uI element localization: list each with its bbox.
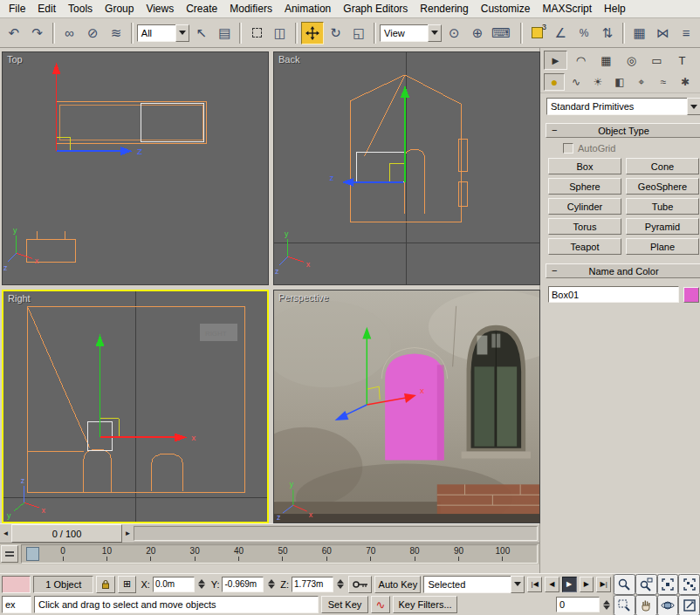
viewport-perspective-label[interactable]: Perspective <box>278 292 328 303</box>
snaps-toggle-button[interactable]: 3 <box>526 22 549 44</box>
current-frame-marker[interactable] <box>26 547 39 561</box>
percent-snap-button[interactable]: % <box>573 22 595 44</box>
viewport-back-label[interactable]: Back <box>278 54 299 65</box>
category-space-warps[interactable]: ≈ <box>653 73 674 91</box>
menu-item[interactable]: Help <box>598 1 632 17</box>
tab-display[interactable]: ▭ <box>645 51 669 70</box>
angle-snap-button[interactable]: ∠ <box>549 22 572 44</box>
zoom-extents-button[interactable] <box>657 574 679 595</box>
current-frame-input[interactable] <box>556 597 600 612</box>
named-selection-sets-button[interactable]: ▦ <box>628 22 651 44</box>
set-key-button[interactable]: Set Key <box>321 596 368 613</box>
object-type-button[interactable]: Teapot <box>548 238 621 255</box>
tab-hierarchy[interactable]: ▦ <box>594 51 618 70</box>
viewport-back[interactable]: z y x z Back <box>273 51 540 285</box>
next-frame-button[interactable]: ▶ <box>580 577 594 592</box>
macro-recorder-pane[interactable] <box>2 576 31 593</box>
object-type-button[interactable]: Tube <box>626 198 699 215</box>
maxscript-mini-listener[interactable]: ex <box>2 596 31 613</box>
object-color-swatch[interactable] <box>683 287 699 303</box>
rectangular-selection-region-button[interactable] <box>245 22 268 44</box>
menu-item[interactable]: Edit <box>31 1 62 17</box>
key-filters-button[interactable]: Key Filters... <box>393 596 457 613</box>
category-geometry[interactable]: ● <box>544 73 565 91</box>
chevron-down-icon[interactable] <box>687 98 700 115</box>
primitive-category-dropdown[interactable]: Standard Primitives <box>546 98 700 115</box>
time-slider-handle[interactable]: 0 / 100 <box>11 524 122 543</box>
chevron-down-icon[interactable] <box>511 576 525 593</box>
x-coordinate-input[interactable] <box>153 577 195 592</box>
category-systems[interactable]: ✱ <box>675 73 696 91</box>
key-mode-toggle-button[interactable] <box>348 576 373 593</box>
frame-spinner[interactable] <box>601 600 611 610</box>
viewport-right-label[interactable]: Right <box>8 293 31 304</box>
tab-utilities[interactable]: T <box>670 51 694 70</box>
arc-rotate-button[interactable] <box>657 595 679 615</box>
select-object-button[interactable]: ↖ <box>190 22 213 44</box>
new-key-filters-curve-button[interactable]: ∿ <box>371 596 390 613</box>
object-type-button[interactable]: Pyramid <box>626 218 699 235</box>
time-slider-right-arrow[interactable]: ► <box>122 524 134 543</box>
viewport-top[interactable]: Z y x z Top <box>2 51 269 285</box>
select-by-name-button[interactable]: ▤ <box>214 22 237 44</box>
zoom-extents-all-button[interactable] <box>678 574 700 595</box>
object-type-button[interactable]: Torus <box>548 218 621 235</box>
menu-item[interactable]: Tools <box>62 1 99 17</box>
maximize-viewport-button[interactable] <box>678 595 700 615</box>
tab-modify[interactable]: ◠ <box>569 51 593 70</box>
chevron-down-icon[interactable] <box>175 24 189 42</box>
selection-lock-button[interactable] <box>96 576 115 593</box>
absolute-mode-button[interactable]: ⊞ <box>118 576 137 593</box>
select-and-manipulate-button[interactable]: ⊕ <box>466 22 489 44</box>
go-to-end-button[interactable]: ▶| <box>596 577 611 592</box>
menu-item[interactable]: Animation <box>278 1 337 17</box>
category-lights[interactable]: ☀ <box>587 73 608 91</box>
mirror-button[interactable]: ⋈ <box>651 22 674 44</box>
viewport-perspective[interactable]: x y z x Perspective <box>273 290 540 523</box>
keyboard-shortcut-override-button[interactable]: ⌨ <box>490 22 512 44</box>
category-cameras[interactable]: ◧ <box>609 73 630 91</box>
zoom-button[interactable] <box>614 574 635 595</box>
reference-coordinate-dropdown[interactable]: View <box>380 24 442 42</box>
undo-button[interactable]: ↶ <box>3 22 25 44</box>
tab-create[interactable]: ► <box>544 51 567 70</box>
select-and-link-button[interactable]: ∞ <box>58 22 81 44</box>
track-bar-ruler[interactable]: 0102030405060708090100 <box>21 544 538 564</box>
object-type-rollout[interactable]: − Object Type <box>546 123 700 138</box>
time-slider-left-arrow[interactable]: ◄ <box>0 524 11 543</box>
x-coordinate-spinner[interactable] <box>197 579 207 589</box>
key-mode-dropdown[interactable]: Selected <box>423 576 525 593</box>
autogrid-checkbox[interactable] <box>563 143 573 154</box>
select-and-rotate-button[interactable]: ↻ <box>325 22 347 44</box>
select-and-move-button[interactable] <box>301 22 324 44</box>
select-and-scale-button[interactable]: ◱ <box>347 22 370 44</box>
previous-frame-button[interactable]: ◀ <box>545 577 559 592</box>
chevron-down-icon[interactable] <box>428 24 442 42</box>
pan-button[interactable] <box>635 595 657 615</box>
selection-filter-dropdown[interactable]: All <box>137 24 189 42</box>
viewport-top-label[interactable]: Top <box>7 54 23 65</box>
object-type-button[interactable]: Sphere <box>548 178 621 195</box>
object-type-button[interactable]: Cone <box>626 158 699 174</box>
object-name-input[interactable] <box>548 286 679 303</box>
go-to-start-button[interactable]: |◀ <box>527 577 542 592</box>
y-coordinate-spinner[interactable] <box>266 579 276 589</box>
y-coordinate-input[interactable] <box>222 577 264 592</box>
menu-item[interactable]: MAXScript <box>536 1 598 17</box>
bind-to-spacewarp-button[interactable]: ≋ <box>105 22 127 44</box>
time-slider-track[interactable] <box>134 526 538 541</box>
tab-motion[interactable]: ◎ <box>620 51 643 70</box>
z-coordinate-input[interactable] <box>292 577 333 592</box>
mini-curve-editor-button[interactable] <box>1 545 18 563</box>
viewport-right[interactable]: RIGHT x z x <box>2 290 269 523</box>
object-type-button[interactable]: Box <box>548 158 621 174</box>
menu-item[interactable]: Rendering <box>414 1 474 17</box>
object-type-button[interactable]: Plane <box>626 238 699 255</box>
use-pivot-center-button[interactable]: ⊙ <box>443 22 465 44</box>
z-coordinate-spinner[interactable] <box>336 579 346 589</box>
auto-key-button[interactable]: Auto Key <box>374 576 421 593</box>
menu-item[interactable]: Customize <box>475 1 537 17</box>
name-color-rollout[interactable]: − Name and Color <box>546 263 700 278</box>
menu-item[interactable]: Group <box>99 1 140 17</box>
menu-item[interactable]: Graph Editors <box>337 1 414 17</box>
